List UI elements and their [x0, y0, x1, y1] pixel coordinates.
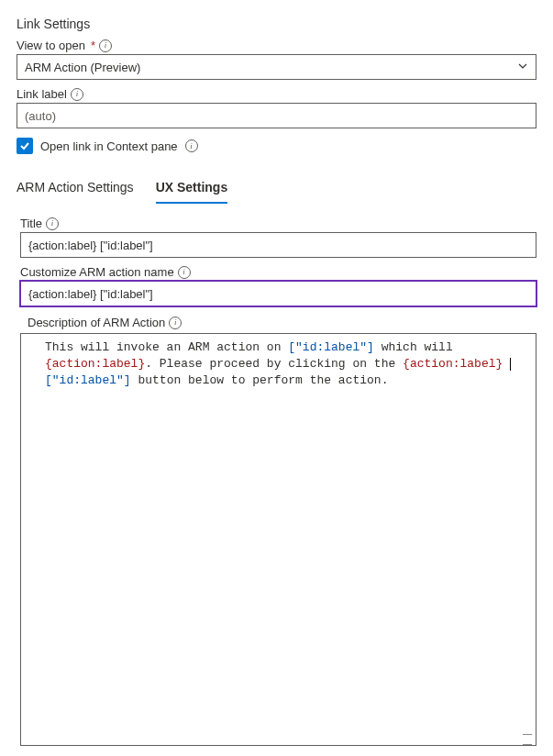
info-icon[interactable]: i	[185, 139, 198, 152]
info-icon[interactable]: i	[169, 317, 182, 329]
customize-arm-action-name-label: Customize ARM action name i	[20, 265, 536, 279]
scrollbar-handle[interactable]	[523, 734, 532, 745]
view-to-open-label: View to open* i	[17, 39, 536, 52]
tab-arm-action-settings[interactable]: ARM Action Settings	[17, 174, 134, 204]
open-context-label: Open link in Context pane	[40, 139, 178, 153]
info-icon[interactable]: i	[99, 39, 112, 52]
title-input[interactable]: {action:label} ["id:label"]	[20, 232, 536, 258]
tab-ux-settings[interactable]: UX Settings	[156, 174, 228, 204]
page-title: Link Settings	[17, 17, 536, 31]
view-to-open-select[interactable]: ARM Action (Preview)	[17, 54, 536, 80]
info-icon[interactable]: i	[178, 266, 191, 279]
customize-arm-action-name-input[interactable]: {action:label} ["id:label"]	[20, 281, 536, 306]
link-label-label: Link label i	[17, 87, 536, 101]
open-context-checkbox[interactable]	[17, 138, 33, 154]
description-label: Description of ARM Action i	[20, 316, 536, 329]
required-asterisk: *	[91, 39, 95, 52]
chevron-down-icon	[517, 61, 528, 74]
title-label: Title i	[20, 217, 536, 230]
description-textarea[interactable]: This will invoke an ARM action on ["id:l…	[20, 333, 536, 746]
info-icon[interactable]: i	[46, 217, 59, 230]
link-label-input[interactable]: (auto)	[17, 103, 536, 128]
info-icon[interactable]: i	[71, 88, 83, 101]
